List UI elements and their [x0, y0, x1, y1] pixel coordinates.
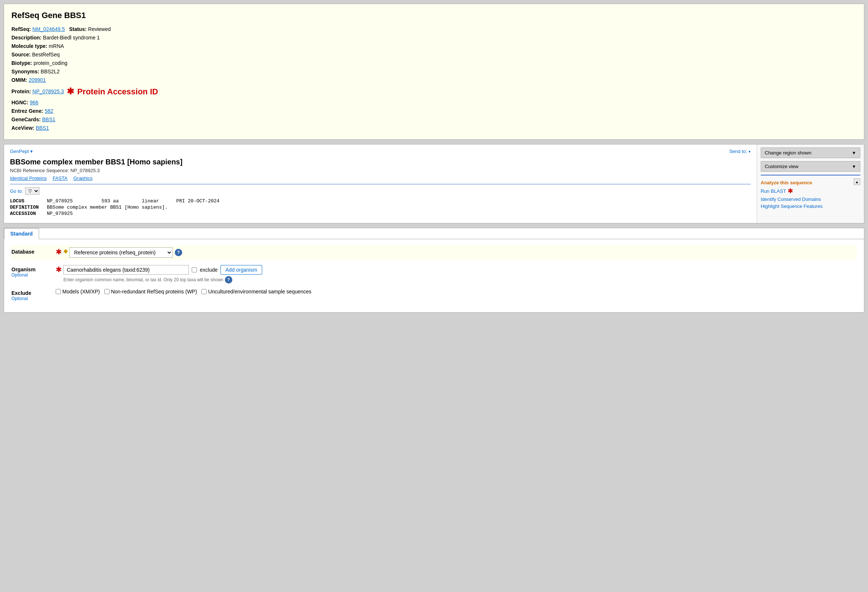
genpept-panel: GenPept ▾ Send to: ▾ BBSome complex memb…	[4, 144, 864, 223]
organism-input[interactable]	[63, 265, 189, 275]
customize-view-button[interactable]: Customize view ▼	[761, 161, 860, 172]
organism-label: Organism	[12, 267, 56, 272]
database-label: Database	[12, 247, 56, 255]
accession-row-label: ACCESSION	[10, 211, 47, 216]
organism-optional: Optional	[12, 272, 56, 278]
molecule-row: Molecule type: mRNA	[12, 43, 856, 50]
aceview-row: AceView: BBS1	[12, 124, 856, 132]
database-required-icon: ✱	[56, 247, 62, 256]
genecards-label: GeneCards:	[12, 116, 41, 122]
description-value: Bardet-Biedl syndrome 1	[43, 35, 100, 41]
accession-row-value: NP_078925	[47, 211, 751, 216]
organism-help-icon[interactable]: ?	[225, 276, 232, 283]
change-region-arrow-icon: ▼	[852, 150, 856, 156]
gene-title: RefSeq Gene BBS1	[12, 11, 856, 20]
run-blast-link[interactable]: Run BLAST ✱	[761, 187, 860, 195]
send-to-label: Send to:	[729, 149, 747, 154]
entrez-row: Entrez Gene: 582	[12, 107, 856, 115]
locus-col-label: LOCUS	[10, 198, 47, 204]
description-label: Description:	[12, 35, 42, 41]
aceview-label: AceView:	[12, 125, 34, 131]
locus-table: LOCUS NP_078925 593 aa linear PRI 20-OCT…	[10, 198, 751, 216]
refseq-row: RefSeq: NM_024649.5 Status: Reviewed	[12, 25, 856, 33]
exclude-checkbox[interactable]	[192, 267, 197, 272]
refseq-label: RefSeq:	[12, 26, 31, 32]
organism-hint-text: Enter organism common name, binomial, or…	[63, 277, 223, 282]
scroll-up-button[interactable]: ▲	[853, 178, 860, 185]
locus-size: 593 aa	[101, 198, 119, 204]
database-label-text: Database	[12, 249, 34, 255]
customize-view-arrow-icon: ▼	[852, 164, 856, 169]
omim-link[interactable]: 209901	[29, 77, 46, 83]
protein-label: Protein:	[12, 88, 31, 94]
change-region-button[interactable]: Change region shown ▼	[761, 147, 860, 158]
graphics-link[interactable]: Graphics	[73, 175, 93, 181]
standard-tab[interactable]: Standard	[4, 228, 39, 239]
molecule-label: Molecule type:	[12, 43, 47, 49]
entrez-link[interactable]: 582	[44, 108, 53, 114]
genpept-sidebar: Change region shown ▼ Customize view ▼ ▲…	[757, 144, 864, 223]
entrez-label: Entrez Gene:	[12, 108, 43, 114]
exclude-models-checkbox[interactable]	[56, 289, 61, 294]
blast-content: Database ✱ ◆ Reference proteins (refseq_…	[4, 239, 864, 312]
exclude-uncultured-checkbox[interactable]	[201, 289, 207, 294]
aceview-link[interactable]: BBS1	[36, 125, 49, 131]
add-organism-button[interactable]: Add organism	[220, 265, 262, 275]
accession-value: NP_078925.3	[71, 168, 100, 173]
protein-accession-highlight: NP_078925.3 ✱ Protein Accession ID	[32, 85, 158, 98]
protein-link[interactable]: NP_078925.3	[32, 88, 64, 96]
exclude-section-label: Exclude	[12, 290, 56, 296]
exclude-nonredundant-text: Non-redundant RefSeq proteins (WP)	[111, 289, 197, 295]
definition-row: DEFINITION BBSome complex member BBS1 [H…	[10, 205, 751, 210]
fasta-link[interactable]: FASTA	[53, 175, 68, 181]
synonyms-label: Synonyms:	[12, 69, 39, 74]
hgnc-row: HGNC: 966	[12, 99, 856, 106]
exclude-controls: Models (XM/XP) Non-redundant RefSeq prot…	[56, 289, 856, 295]
organism-row: Organism Optional ✱ exclude Add organism…	[12, 265, 856, 283]
biotype-value: protein_coding	[34, 60, 68, 66]
change-region-label: Change region shown	[765, 150, 811, 156]
send-to-arrow: ▾	[748, 149, 751, 154]
genpept-accession: NCBI Reference Sequence: NP_078925.3	[10, 168, 751, 173]
accession-row: ACCESSION NP_078925	[10, 211, 751, 216]
identify-domains-link[interactable]: Identify Conserved Domains	[761, 196, 860, 202]
molecule-value: mRNA	[49, 43, 64, 49]
exclude-optional: Optional	[12, 296, 56, 301]
refseq-link[interactable]: NM_024649.5	[32, 26, 65, 32]
genpept-dropdown[interactable]: GenPept ▾	[10, 149, 33, 154]
gene-info-panel: RefSeq Gene BBS1 RefSeq: NM_024649.5 Sta…	[4, 4, 864, 140]
customize-view-label: Customize view	[765, 163, 798, 169]
genpept-divider	[10, 184, 751, 184]
organism-label-col: Organism Optional	[12, 265, 56, 278]
locus-type: linear	[142, 198, 159, 204]
status-label: Status:	[69, 26, 86, 32]
locus-col-value: NP_078925 593 aa linear PRI 20-OCT-2024	[47, 198, 751, 204]
status-value: Reviewed	[88, 26, 111, 32]
identical-proteins-link[interactable]: Identical Proteins	[10, 175, 47, 181]
database-row: Database ✱ ◆ Reference proteins (refseq_…	[12, 245, 856, 260]
database-controls: Reference proteins (refseq_protein) ?	[69, 247, 856, 258]
organism-required-icon: ✱	[56, 265, 62, 274]
highlight-features-link[interactable]: Highlight Sequence Features	[761, 203, 860, 209]
synonyms-value: BBS2L2	[41, 69, 59, 74]
accession-label: NCBI Reference Sequence:	[10, 168, 69, 173]
genpept-title: BBSome complex member BBS1 [Homo sapiens…	[10, 158, 751, 166]
exclude-row: Exclude Optional Models (XM/XP) Non-redu…	[12, 289, 856, 301]
goto-dropdown[interactable]: ▽	[25, 187, 40, 194]
organism-hint: Enter organism common name, binomial, or…	[63, 276, 856, 283]
analyze-title: Analyze this sequence	[761, 180, 860, 186]
database-help-icon[interactable]: ?	[175, 249, 182, 256]
organism-input-row: exclude Add organism	[63, 265, 856, 275]
genecards-link[interactable]: BBS1	[42, 116, 55, 122]
locus-row: LOCUS NP_078925 593 aa linear PRI 20-OCT…	[10, 198, 751, 204]
locus-date: PRI 20-OCT-2024	[176, 198, 219, 204]
send-to-control[interactable]: Send to: ▾	[729, 148, 751, 154]
hgnc-link[interactable]: 966	[30, 100, 38, 105]
biotype-row: Biotype: protein_coding	[12, 59, 856, 67]
exclude-label: exclude	[200, 267, 217, 273]
database-select[interactable]: Reference proteins (refseq_protein)	[69, 247, 173, 258]
protein-accession-annotation: Protein Accession ID	[77, 85, 158, 98]
exclude-nonredundant-checkbox[interactable]	[104, 289, 109, 294]
hgnc-label: HGNC:	[12, 100, 28, 105]
biotype-label: Biotype:	[12, 60, 32, 66]
